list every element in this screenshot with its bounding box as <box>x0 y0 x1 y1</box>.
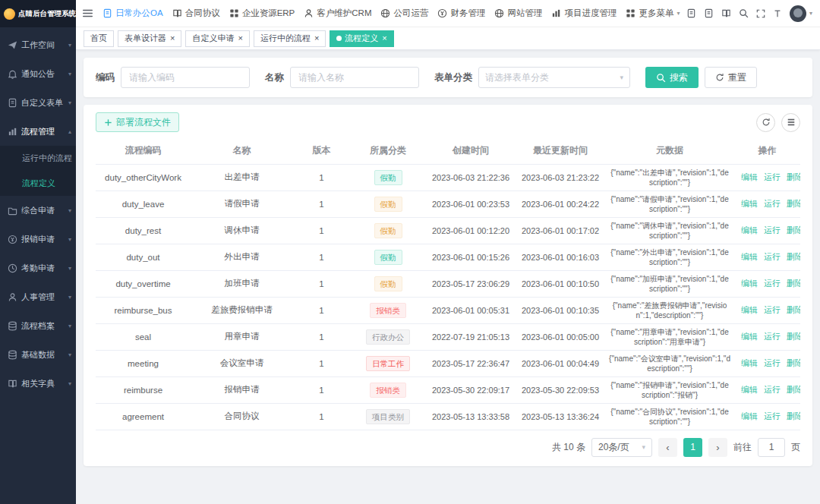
run-action[interactable]: 运行 <box>764 305 781 314</box>
tab-close-icon[interactable]: × <box>314 34 319 43</box>
notebook-icon[interactable] <box>721 8 731 18</box>
category-cell: 日常工作 <box>350 350 426 376</box>
next-page-button[interactable]: › <box>708 438 727 457</box>
metadata-cell: {"name":"加班申请","revision":1,"description… <box>605 270 734 297</box>
sidebar-menu: 工作空间▾通知公告▾自定义表单▾流程管理▴运行中的流程流程定义综合申请▾报销申请… <box>0 27 76 504</box>
run-action[interactable]: 运行 <box>764 172 781 181</box>
updated-cell: 2023-06-03 21:23:22 <box>516 164 605 191</box>
run-action[interactable]: 运行 <box>764 279 781 288</box>
run-action[interactable]: 运行 <box>764 225 781 235</box>
nav-item-project[interactable]: 项目进度管理 <box>547 0 621 27</box>
version-cell: 1 <box>293 244 350 270</box>
delete-action[interactable]: 删除 <box>787 332 800 341</box>
sidebar-item-reimburse-apply[interactable]: 报销申请▾ <box>0 225 76 254</box>
edit-action[interactable]: 编辑 <box>741 385 758 394</box>
deploy-process-button[interactable]: 部署流程文件 <box>96 112 179 132</box>
delete-action[interactable]: 删除 <box>787 358 800 367</box>
sidebar-item-workspace[interactable]: 工作空间▾ <box>0 30 76 59</box>
delete-action[interactable]: 删除 <box>787 225 800 235</box>
table-row: agreement合同协议1项目类别2023-05-13 13:33:58202… <box>96 403 800 430</box>
delete-action[interactable]: 删除 <box>787 305 800 314</box>
nav-item-company[interactable]: 公司运营 <box>376 0 433 27</box>
tab-form-designer[interactable]: 表单设计器× <box>118 30 181 47</box>
edit-action[interactable]: 编辑 <box>741 225 758 235</box>
edit-action[interactable]: 编辑 <box>741 358 758 367</box>
nav-item-finance[interactable]: 财务管理 <box>433 0 490 27</box>
tab-close-icon[interactable]: × <box>170 34 175 43</box>
fullscreen-icon[interactable] <box>756 9 765 18</box>
actions-cell: 编辑运行删除 <box>734 376 800 403</box>
sidebar-item-general-apply[interactable]: 综合申请▾ <box>0 196 76 225</box>
edit-action[interactable]: 编辑 <box>741 279 758 288</box>
category-cell: 假勤 <box>350 244 426 270</box>
tab-label: 自定义申请 <box>192 33 234 44</box>
sidebar-item-dict[interactable]: 相关字典▾ <box>0 369 76 398</box>
sidebar-item-process-mgmt[interactable]: 流程管理▴ <box>0 117 76 146</box>
edit-action[interactable]: 编辑 <box>741 199 758 208</box>
edit-action[interactable]: 编辑 <box>741 252 758 261</box>
tab-process-definition[interactable]: 流程定义× <box>330 30 393 47</box>
search-button[interactable]: 搜索 <box>645 67 699 88</box>
created-cell: 2023-05-17 23:06:29 <box>426 270 516 297</box>
sidebar-item-running-processes[interactable]: 运行中的流程 <box>0 146 76 171</box>
goto-page-input[interactable] <box>758 438 785 457</box>
run-action[interactable]: 运行 <box>764 252 781 261</box>
updated-cell: 2023-06-01 00:04:49 <box>516 350 605 376</box>
column-settings-icon[interactable] <box>781 113 800 132</box>
sidebar-item-custom-form[interactable]: 自定义表单▾ <box>0 88 76 117</box>
page-number-button[interactable]: 1 <box>683 438 702 457</box>
delete-action[interactable]: 删除 <box>787 385 800 394</box>
edit-action[interactable]: 编辑 <box>741 411 758 421</box>
sidebar-item-attendance-apply[interactable]: 考勤申请▾ <box>0 254 76 282</box>
name-cell: 会议室申请 <box>191 350 293 376</box>
category-select[interactable]: 请选择表单分类 ▾ <box>478 67 630 88</box>
delete-action[interactable]: 删除 <box>787 411 800 421</box>
table-tool-icons <box>756 113 800 132</box>
search-icon[interactable] <box>739 8 749 18</box>
run-action[interactable]: 运行 <box>764 385 781 394</box>
user-menu[interactable]: ▾ <box>790 5 812 22</box>
reset-button[interactable]: 重置 <box>705 67 757 88</box>
nav-item-more[interactable]: 更多菜单▾ <box>621 0 684 27</box>
refresh-icon[interactable] <box>756 113 775 132</box>
run-action[interactable]: 运行 <box>764 411 781 421</box>
edit-action[interactable]: 编辑 <box>741 305 758 314</box>
document-icon[interactable] <box>704 8 714 18</box>
sidebar-item-process-archive[interactable]: 流程档案▾ <box>0 311 76 340</box>
sidebar-item-notice[interactable]: 通知公告▾ <box>0 59 76 88</box>
delete-action[interactable]: 删除 <box>787 199 800 208</box>
page-size-select[interactable]: 20条/页 ▾ <box>591 438 652 457</box>
tab-running-processes[interactable]: 运行中的流程× <box>254 30 326 47</box>
run-action[interactable]: 运行 <box>764 332 781 341</box>
name-input[interactable] <box>290 67 419 88</box>
sidebar-collapse-icon[interactable] <box>82 8 93 18</box>
delete-action[interactable]: 删除 <box>787 252 800 261</box>
category-cell: 项目类别 <box>350 403 426 430</box>
sidebar-item-base-data[interactable]: 基础数据▾ <box>0 340 76 369</box>
tab-home[interactable]: 首页 <box>84 30 114 47</box>
nav-item-contract[interactable]: 合同协议 <box>168 0 225 27</box>
delete-action[interactable]: 删除 <box>787 172 800 181</box>
tab-close-icon[interactable]: × <box>382 34 386 43</box>
code-input[interactable] <box>121 67 250 88</box>
sidebar-item-hr-mgmt[interactable]: 人事管理▾ <box>0 282 76 311</box>
nav-item-oa[interactable]: 日常办公OA <box>98 0 168 27</box>
tab-custom-apply[interactable]: 自定义申请× <box>185 30 249 47</box>
delete-action[interactable]: 删除 <box>787 279 800 288</box>
tab-close-icon[interactable]: × <box>238 34 242 43</box>
copy-document-icon[interactable] <box>686 8 696 18</box>
metadata-cell: {"name":"外出申请","revision":1,"description… <box>605 244 734 270</box>
nav-item-crm[interactable]: 客户维护CRM <box>299 0 376 27</box>
created-cell: 2023-05-30 22:09:17 <box>426 376 516 403</box>
font-size-icon[interactable] <box>773 9 782 18</box>
category-tag: 项目类别 <box>366 409 410 424</box>
nav-item-erp[interactable]: 企业资源ERP <box>225 0 300 27</box>
edit-action[interactable]: 编辑 <box>741 172 758 181</box>
edit-action[interactable]: 编辑 <box>741 332 758 341</box>
run-action[interactable]: 运行 <box>764 358 781 367</box>
prev-page-button[interactable]: ‹ <box>658 438 677 457</box>
sidebar-item-process-definition[interactable]: 流程定义 <box>0 171 76 196</box>
nav-item-website[interactable]: 网站管理 <box>490 0 547 27</box>
run-action[interactable]: 运行 <box>764 199 781 208</box>
category-tag: 假勤 <box>374 223 402 238</box>
